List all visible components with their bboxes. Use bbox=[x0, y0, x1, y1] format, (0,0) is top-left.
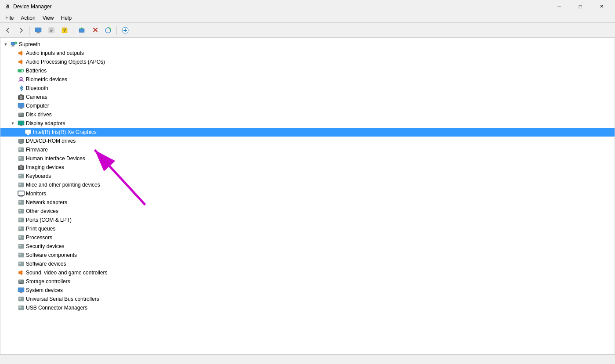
minimize-button[interactable]: ─ bbox=[549, 0, 569, 13]
expand-icon[interactable] bbox=[9, 216, 16, 223]
svg-rect-45 bbox=[18, 156, 24, 161]
computer-button[interactable] bbox=[32, 25, 44, 36]
main-content[interactable]: ▼ S Supreeth Audio inputs and outputs Au… bbox=[0, 38, 615, 354]
item-label: Human Interface Devices bbox=[26, 155, 85, 162]
expand-icon[interactable] bbox=[9, 146, 16, 153]
expand-icon[interactable] bbox=[9, 269, 16, 276]
close-button[interactable]: ✕ bbox=[591, 0, 611, 13]
expand-icon[interactable] bbox=[9, 199, 16, 206]
svg-rect-17 bbox=[12, 45, 14, 46]
tree-item[interactable]: Storage controllers bbox=[0, 277, 615, 286]
menu-file[interactable]: File bbox=[2, 14, 17, 22]
expand-icon[interactable] bbox=[9, 102, 16, 109]
svg-rect-42 bbox=[19, 140, 21, 141]
menu-action[interactable]: Action bbox=[17, 14, 39, 22]
expand-icon[interactable] bbox=[9, 155, 16, 162]
tree-item[interactable]: Cameras bbox=[0, 93, 615, 101]
tree-item[interactable]: Computer bbox=[0, 101, 615, 110]
tree-item[interactable]: Keyboards bbox=[0, 172, 615, 180]
tree-item[interactable]: USB Connector Managers bbox=[0, 303, 615, 312]
svg-rect-52 bbox=[18, 183, 24, 187]
expand-icon[interactable] bbox=[9, 190, 16, 197]
properties-button[interactable] bbox=[45, 25, 58, 36]
tree-item[interactable]: Biometric devices bbox=[0, 75, 615, 84]
expand-icon[interactable] bbox=[9, 296, 16, 303]
item-label: Processors bbox=[26, 234, 52, 241]
item-icon bbox=[18, 199, 25, 206]
scan-button[interactable] bbox=[102, 25, 114, 36]
item-label: Firmware bbox=[26, 147, 48, 153]
expand-icon[interactable] bbox=[9, 278, 16, 285]
tree-item[interactable]: Batteries bbox=[0, 66, 615, 75]
expand-icon[interactable] bbox=[9, 111, 16, 118]
tree-item[interactable]: Audio inputs and outputs bbox=[0, 49, 615, 58]
expand-icon[interactable] bbox=[9, 67, 16, 74]
expand-icon[interactable] bbox=[9, 208, 16, 215]
svg-rect-55 bbox=[20, 195, 22, 196]
expand-icon[interactable] bbox=[9, 137, 16, 144]
expand-icon[interactable] bbox=[9, 252, 16, 259]
expand-icon[interactable] bbox=[9, 304, 16, 311]
tree-item[interactable]: Security devices bbox=[0, 242, 615, 251]
tree-item[interactable]: ▼Display adaptors bbox=[0, 119, 615, 128]
tree-item[interactable]: Firmware bbox=[0, 145, 615, 154]
tree-item[interactable]: Audio Processing Objects (APOs) bbox=[0, 58, 615, 66]
item-label: Bluetooth bbox=[26, 85, 48, 91]
tree-item[interactable]: Monitors bbox=[0, 189, 615, 198]
tree-item[interactable]: Print queues bbox=[0, 224, 615, 233]
item-label: Batteries bbox=[26, 68, 47, 74]
forward-button[interactable] bbox=[15, 25, 27, 36]
expand-icon[interactable] bbox=[9, 50, 16, 57]
svg-rect-30 bbox=[18, 103, 24, 108]
add-hardware-button[interactable] bbox=[119, 25, 131, 36]
expand-icon[interactable] bbox=[9, 164, 16, 171]
svg-rect-29 bbox=[20, 94, 22, 96]
tree-item[interactable]: Software components bbox=[0, 251, 615, 259]
expand-icon[interactable]: ▼ bbox=[9, 120, 16, 127]
svg-rect-68 bbox=[19, 245, 21, 246]
tree-item[interactable]: Sound, video and game controllers bbox=[0, 268, 615, 277]
menu-view[interactable]: View bbox=[39, 14, 58, 22]
back-button[interactable] bbox=[2, 25, 14, 36]
expand-icon[interactable] bbox=[9, 94, 16, 101]
item-icon bbox=[18, 278, 25, 285]
svg-rect-62 bbox=[19, 219, 21, 220]
svg-rect-64 bbox=[19, 227, 21, 229]
tree-item[interactable]: Mice and other pointing devices bbox=[0, 180, 615, 189]
tree-item[interactable]: Ports (COM & LPT) bbox=[0, 216, 615, 224]
tree-item[interactable]: DVD/CD-ROM drives bbox=[0, 137, 615, 145]
expand-icon[interactable] bbox=[9, 234, 16, 241]
menu-help[interactable]: Help bbox=[58, 14, 76, 22]
expand-icon[interactable] bbox=[9, 173, 16, 180]
expand-icon[interactable] bbox=[9, 243, 16, 250]
tree-item[interactable]: Human Interface Devices bbox=[0, 154, 615, 163]
expand-icon[interactable] bbox=[9, 225, 16, 232]
expand-icon[interactable] bbox=[9, 260, 16, 267]
tree-item[interactable]: Network adapters bbox=[0, 198, 615, 207]
tree-item[interactable]: Disk drives bbox=[0, 110, 615, 119]
title-bar-title: Device Manager bbox=[13, 4, 549, 10]
help-button[interactable]: ? bbox=[58, 25, 71, 36]
tree-item[interactable]: Bluetooth bbox=[0, 84, 615, 93]
expand-icon[interactable] bbox=[9, 287, 16, 294]
svg-rect-53 bbox=[19, 184, 21, 185]
tree-item[interactable]: System devices bbox=[0, 286, 615, 295]
item-label: Other devices bbox=[26, 208, 58, 214]
update-driver-button[interactable] bbox=[76, 25, 88, 36]
tree-item[interactable]: Software devices bbox=[0, 259, 615, 268]
tree-item[interactable]: Imaging devices bbox=[0, 163, 615, 172]
tree-item[interactable]: Processors bbox=[0, 233, 615, 242]
maximize-button[interactable]: □ bbox=[570, 0, 590, 13]
uninstall-button[interactable]: ✕ bbox=[89, 25, 101, 36]
tree-item[interactable]: Universal Serial Bus controllers bbox=[0, 295, 615, 303]
tree-item[interactable]: Intel(R) Iris(R) Xe Graphics bbox=[0, 128, 615, 137]
tree-root[interactable]: ▼ S Supreeth bbox=[0, 40, 615, 49]
toolbar: ? ✕ bbox=[0, 23, 615, 38]
expand-icon[interactable] bbox=[9, 76, 16, 83]
expand-icon[interactable] bbox=[9, 58, 16, 65]
expand-icon[interactable] bbox=[9, 181, 16, 188]
expand-icon[interactable] bbox=[9, 85, 16, 92]
item-label: Audio inputs and outputs bbox=[26, 50, 84, 56]
tree-item[interactable]: Other devices bbox=[0, 207, 615, 216]
root-icon: S bbox=[11, 41, 18, 48]
